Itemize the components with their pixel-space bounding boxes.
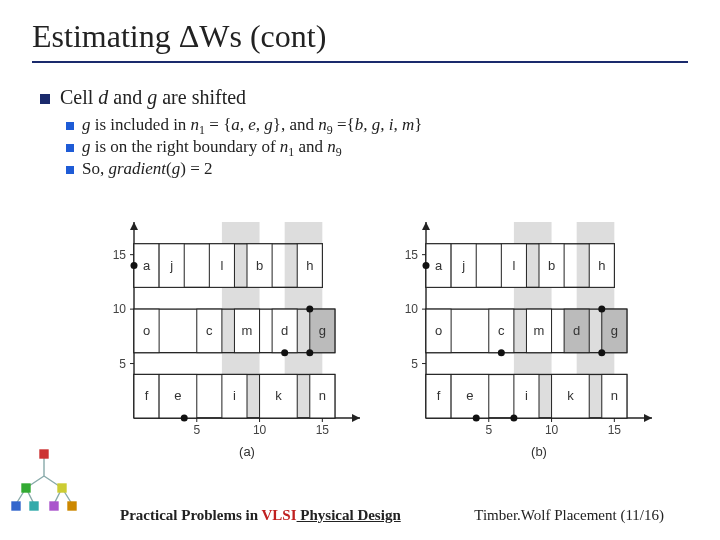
svg-text:j: j — [461, 258, 465, 273]
svg-text:e: e — [174, 388, 181, 403]
footer-left: Practical Problems in VLSI Physical Desi… — [120, 507, 401, 524]
svg-text:i: i — [525, 388, 528, 403]
svg-point-41 — [306, 306, 313, 313]
svg-point-74 — [423, 262, 430, 269]
diagram-a: 5101551015ajlbhocmdgfeikn(a) — [100, 208, 370, 464]
slide-title: Estimating ΔWs (cont) — [32, 18, 688, 63]
svg-rect-115 — [30, 502, 38, 510]
svg-point-102 — [473, 415, 480, 422]
diagram-b-svg: 5101551015ajlbhocmdgfeikn(b) — [392, 208, 662, 464]
diagram-pair: 5101551015ajlbhocmdgfeikn(a) 5101551015a… — [100, 208, 660, 464]
svg-text:15: 15 — [113, 248, 127, 262]
svg-text:m: m — [242, 323, 253, 338]
svg-text:o: o — [435, 323, 442, 338]
svg-text:(a): (a) — [239, 444, 255, 459]
svg-text:d: d — [281, 323, 288, 338]
svg-point-19 — [131, 262, 138, 269]
square-bullet-icon — [40, 94, 50, 104]
svg-text:b: b — [256, 258, 263, 273]
svg-text:e: e — [466, 388, 473, 403]
svg-point-95 — [598, 349, 605, 356]
svg-rect-116 — [50, 502, 58, 510]
svg-text:k: k — [567, 388, 574, 403]
svg-point-88 — [498, 349, 505, 356]
square-bullet-icon — [66, 144, 74, 152]
svg-text:k: k — [275, 388, 282, 403]
svg-text:c: c — [206, 323, 213, 338]
square-bullet-icon — [66, 166, 74, 174]
svg-text:g: g — [319, 323, 326, 338]
svg-text:f: f — [145, 388, 149, 403]
svg-text:15: 15 — [405, 248, 419, 262]
svg-text:m: m — [534, 323, 545, 338]
svg-text:5: 5 — [193, 423, 200, 437]
svg-text:c: c — [498, 323, 505, 338]
svg-text:l: l — [512, 258, 515, 273]
svg-text:5: 5 — [411, 357, 418, 371]
svg-text:n: n — [319, 388, 326, 403]
footer: Practical Problems in VLSI Physical Desi… — [0, 507, 720, 524]
svg-text:o: o — [143, 323, 150, 338]
svg-point-96 — [598, 306, 605, 313]
svg-text:a: a — [143, 258, 151, 273]
sub-bullet-list: g is included in n1 = {a, e, g}, and n9 … — [66, 115, 680, 179]
svg-text:g: g — [611, 323, 618, 338]
sub-bullet-3: So, gradient(g) = 2 — [66, 159, 680, 179]
svg-text:10: 10 — [113, 302, 127, 316]
svg-text:h: h — [598, 258, 605, 273]
svg-text:15: 15 — [316, 423, 330, 437]
svg-text:i: i — [233, 388, 236, 403]
svg-point-105 — [510, 415, 517, 422]
footer-right: Timber.Wolf Placement (11/16) — [474, 507, 664, 524]
svg-text:10: 10 — [545, 423, 559, 437]
svg-text:l: l — [220, 258, 223, 273]
svg-rect-113 — [58, 484, 66, 492]
svg-rect-117 — [68, 502, 76, 510]
svg-rect-112 — [22, 484, 30, 492]
diagram-b: 5101551015ajlbhocmdgfeikn(b) — [392, 208, 662, 464]
main-bullet-text: Cell d and g are shifted — [60, 86, 246, 109]
body-content: Cell d and g are shifted g is included i… — [40, 86, 680, 181]
svg-rect-114 — [12, 502, 20, 510]
svg-text:5: 5 — [119, 357, 126, 371]
svg-text:5: 5 — [485, 423, 492, 437]
svg-text:10: 10 — [253, 423, 267, 437]
svg-text:a: a — [435, 258, 443, 273]
svg-text:d: d — [573, 323, 580, 338]
diagram-a-svg: 5101551015ajlbhocmdgfeikn(a) — [100, 208, 370, 464]
svg-text:f: f — [437, 388, 441, 403]
sub-bullet-2: g is on the right boundary of n1 and n9 — [66, 137, 680, 157]
svg-text:10: 10 — [405, 302, 419, 316]
sub-bullet-1: g is included in n1 = {a, e, g}, and n9 … — [66, 115, 680, 135]
svg-point-47 — [181, 415, 188, 422]
svg-text:b: b — [548, 258, 555, 273]
svg-text:15: 15 — [608, 423, 622, 437]
svg-text:(b): (b) — [531, 444, 547, 459]
svg-text:n: n — [611, 388, 618, 403]
main-bullet: Cell d and g are shifted — [40, 86, 680, 109]
svg-text:h: h — [306, 258, 313, 273]
svg-point-40 — [306, 349, 313, 356]
svg-point-37 — [281, 349, 288, 356]
svg-text:j: j — [169, 258, 173, 273]
svg-rect-111 — [40, 450, 48, 458]
tree-decoration-icon — [4, 446, 84, 526]
square-bullet-icon — [66, 122, 74, 130]
